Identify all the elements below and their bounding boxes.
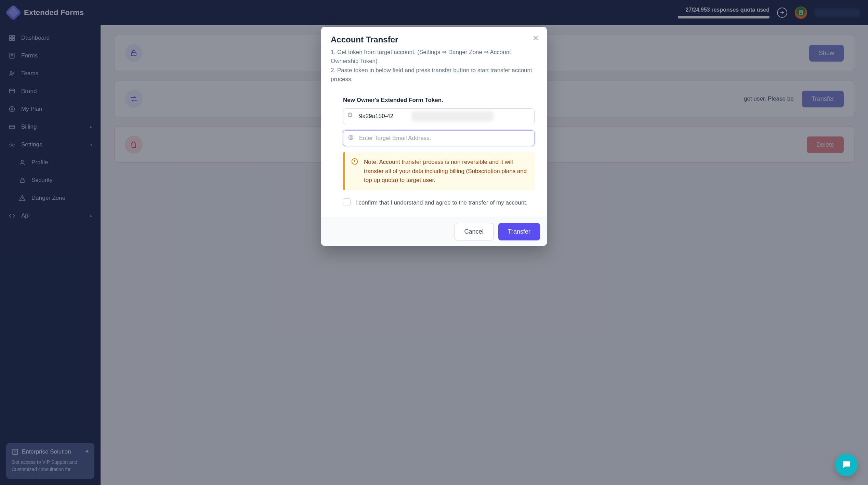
confirm-text: I confirm that I understand and agree to… (355, 198, 528, 207)
transfer-confirm-button[interactable]: Transfer (498, 223, 540, 240)
modal-header: Account Transfer 1. Get token from targe… (321, 27, 547, 86)
at-icon (348, 134, 354, 142)
confirm-checkbox[interactable] (343, 198, 351, 206)
puzzle-icon (348, 113, 354, 120)
modal-description: 1. Get token from target account. (Setti… (331, 48, 537, 84)
token-field-label: New Owner's Extended Form Token. (343, 97, 535, 104)
account-transfer-modal: Account Transfer 1. Get token from targe… (321, 27, 547, 246)
email-input-wrap (343, 130, 535, 146)
note-text: Note: Account transfer process is non re… (364, 158, 528, 185)
email-input[interactable] (343, 130, 535, 146)
token-input[interactable] (343, 108, 535, 124)
alert-icon (351, 158, 358, 165)
svg-point-16 (350, 137, 352, 139)
token-input-wrap (343, 108, 535, 124)
confirm-row: I confirm that I understand and agree to… (343, 196, 535, 214)
modal-footer: Cancel Transfer (321, 217, 547, 246)
cancel-button[interactable]: Cancel (455, 223, 494, 240)
chat-fab[interactable] (835, 454, 858, 476)
modal-title: Account Transfer (331, 35, 537, 44)
app-root: Extended Forms Dashboard Forms Teams Bra… (0, 0, 868, 485)
modal-body: New Owner's Extended Form Token. Note: A… (321, 86, 547, 217)
close-icon[interactable] (532, 34, 539, 42)
warning-note: Note: Account transfer process is non re… (343, 152, 535, 190)
